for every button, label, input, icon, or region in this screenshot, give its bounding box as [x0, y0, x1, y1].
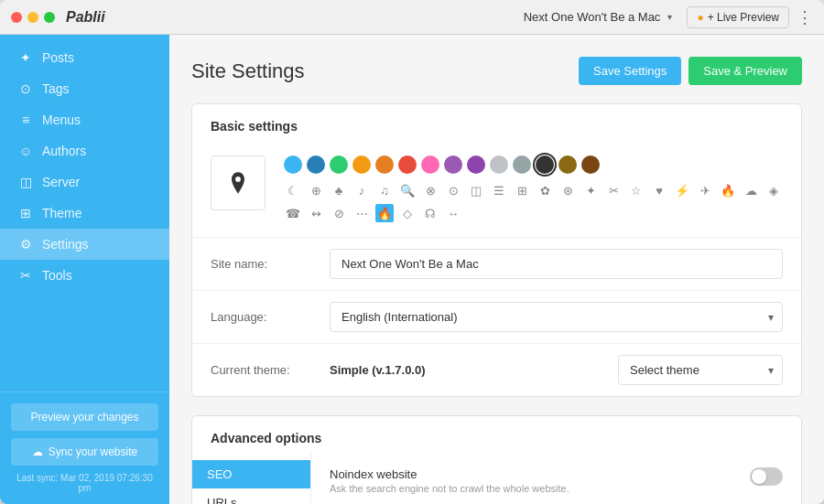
current-theme-value: Simple (v.1.7.0.0)	[330, 363, 618, 377]
color-dark-blue[interactable]	[307, 155, 325, 174]
sync-website-button[interactable]: ☁ Sync your website	[11, 438, 158, 466]
icon-cell[interactable]: ☁	[742, 181, 760, 199]
icon-cell[interactable]: ♪	[352, 181, 371, 199]
sidebar-item-server[interactable]: ◫ Server	[0, 166, 169, 198]
icon-palette: ☾ ⊕ ♣ ♪ ♫ 🔍 ⊗ ⊙ ◫ ☰ ⊞ ✿ ⊛	[284, 155, 783, 222]
sidebar-item-posts[interactable]: ✦ Posts	[0, 42, 169, 73]
icon-cell[interactable]: ⋯	[352, 204, 371, 222]
color-gray[interactable]	[513, 155, 531, 174]
site-name-input[interactable]	[330, 249, 783, 279]
settings-icon: ⚙	[18, 237, 33, 252]
current-theme-row: Current theme: Simple (v.1.7.0.0) Select…	[192, 343, 801, 396]
color-light-gray[interactable]	[490, 155, 508, 174]
sidebar-item-label: Settings	[42, 237, 89, 252]
color-green[interactable]	[330, 155, 348, 174]
language-select[interactable]: English (International)	[330, 302, 783, 332]
icon-cell[interactable]: ◇	[398, 204, 417, 222]
icon-cell[interactable]: ⊕	[307, 181, 325, 199]
color-red[interactable]	[398, 155, 417, 174]
icon-cell[interactable]: ⊗	[421, 181, 439, 199]
color-brown-light[interactable]	[558, 155, 577, 174]
adv-item-seo[interactable]: SEO	[192, 460, 310, 488]
color-dark[interactable]	[536, 155, 554, 174]
icon-cell[interactable]: ↔	[444, 204, 462, 222]
color-orange[interactable]	[375, 155, 394, 174]
color-brown[interactable]	[581, 155, 600, 174]
language-label: Language:	[211, 310, 330, 324]
save-preview-button[interactable]: Save & Preview	[688, 57, 802, 85]
icon-cell[interactable]: ♫	[375, 181, 394, 199]
icon-cell[interactable]: ↭	[307, 204, 325, 222]
titlebar: Pablii Next One Won't Be a Mac ▾ ● + Liv…	[0, 0, 824, 35]
maximize-button[interactable]	[44, 12, 55, 23]
sidebar-item-label: Authors	[42, 144, 86, 158]
color-purple-light[interactable]	[444, 155, 462, 174]
sidebar-item-tags[interactable]: ⊙ Tags	[0, 73, 169, 104]
select-theme-dropdown[interactable]: Select theme	[618, 355, 783, 385]
color-purple[interactable]	[467, 155, 485, 174]
content-area: Site Settings Save Settings Save & Previ…	[169, 35, 824, 504]
sidebar-item-label: Theme	[42, 206, 82, 220]
icon-cell[interactable]: ♣	[330, 181, 348, 199]
icon-cell[interactable]: ☆	[627, 181, 645, 199]
noindex-toggle[interactable]	[750, 467, 783, 486]
language-row: Language: English (International) ▾	[192, 290, 801, 343]
icon-cell[interactable]: ⚡	[673, 181, 691, 199]
color-pink[interactable]	[421, 155, 439, 174]
adv-item-urls[interactable]: URLs	[192, 488, 310, 504]
icon-cell[interactable]: ♥	[650, 181, 668, 199]
advanced-layout: SEO URLs Sitemap Open Graph Twitter Card…	[192, 453, 801, 504]
icon-cell[interactable]: ✈	[696, 181, 714, 199]
icon-cell[interactable]: ✦	[581, 181, 600, 199]
sidebar-item-theme[interactable]: ⊞ Theme	[0, 198, 169, 229]
logo-icon	[225, 170, 251, 196]
icon-cell[interactable]: ✂	[604, 181, 623, 199]
advanced-options-title: Advanced options	[192, 416, 801, 453]
icon-cell[interactable]: ☰	[490, 181, 508, 199]
icon-cell[interactable]: ✿	[536, 181, 554, 199]
sidebar-item-authors[interactable]: ☺ Authors	[0, 135, 169, 166]
titlebar-site-name: Next One Won't Be a Mac	[524, 10, 661, 24]
site-name-row: Site name:	[192, 237, 801, 290]
icon-cell[interactable]: 🔍	[398, 181, 417, 199]
close-button[interactable]	[11, 12, 22, 23]
icon-cell[interactable]: ◈	[764, 181, 783, 199]
icon-cell[interactable]: ⊛	[558, 181, 577, 199]
cloud-icon: ☁	[32, 445, 43, 458]
noindex-desc: Ask the search engine not to crawl the w…	[330, 483, 569, 494]
site-name-label: Site name:	[211, 257, 330, 271]
color-blue[interactable]	[284, 155, 302, 174]
basic-settings-title: Basic settings	[192, 104, 801, 141]
advanced-sidebar: SEO URLs Sitemap Open Graph Twitter Card…	[192, 453, 311, 504]
sidebar-item-menus[interactable]: ≡ Menus	[0, 104, 169, 135]
preview-changes-button[interactable]: Preview your changes	[11, 403, 158, 431]
app-logo: Pablii	[66, 9, 105, 26]
icon-flame-selected[interactable]: 🔥	[375, 204, 394, 222]
live-preview-button[interactable]: ● + Live Preview	[687, 6, 789, 28]
icon-cell[interactable]: ☊	[421, 204, 439, 222]
server-icon: ◫	[18, 175, 33, 189]
icon-cell[interactable]: ☎	[284, 204, 302, 222]
icon-cell[interactable]: ⊞	[513, 181, 531, 199]
icon-cell[interactable]: ☾	[284, 181, 302, 199]
icon-cell[interactable]: ◫	[467, 181, 485, 199]
icon-cell[interactable]: ⊘	[330, 204, 348, 222]
site-dropdown-button[interactable]: ▾	[667, 12, 672, 22]
logo-picker[interactable]	[211, 155, 266, 210]
sidebar-item-label: Tools	[42, 268, 72, 283]
color-orange-light[interactable]	[352, 155, 371, 174]
sidebar-item-settings[interactable]: ⚙ Settings	[0, 229, 169, 260]
page-title: Site Settings	[191, 59, 305, 83]
sidebar-item-label: Server	[42, 175, 80, 189]
icon-cell[interactable]: 🔥	[719, 181, 737, 199]
icon-cell[interactable]: ⊙	[444, 181, 462, 199]
toggle-thumb	[752, 469, 766, 484]
tags-icon: ⊙	[18, 81, 33, 96]
select-theme-wrapper: Select theme ▾	[618, 355, 783, 385]
more-options-button[interactable]: ⋮	[797, 7, 813, 27]
save-settings-button[interactable]: Save Settings	[579, 57, 681, 85]
traffic-lights	[11, 12, 55, 23]
posts-icon: ✦	[18, 50, 33, 65]
sidebar-item-tools[interactable]: ✂ Tools	[0, 260, 169, 291]
minimize-button[interactable]	[27, 12, 38, 23]
